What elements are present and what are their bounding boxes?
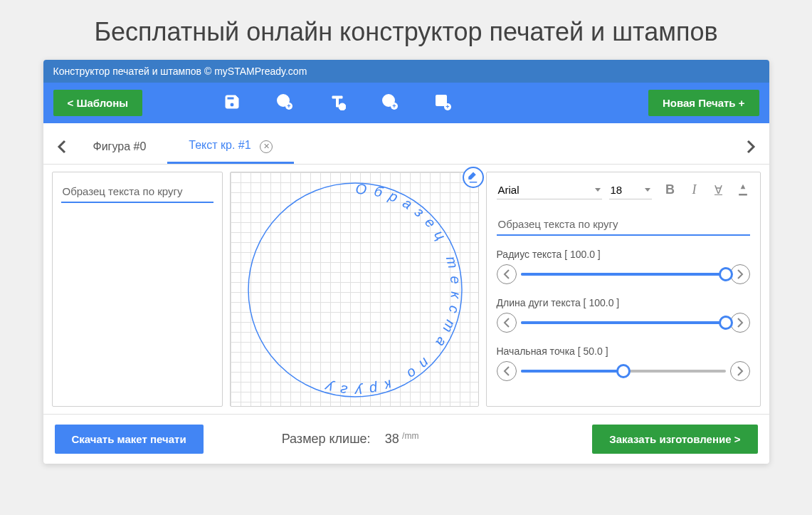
slider-start-thumb[interactable]: [616, 364, 631, 378]
footer: Скачать макет печати Размер клише: 38 /m…: [43, 414, 769, 464]
slider-arc-increase[interactable]: [730, 313, 750, 333]
text-tools: B I ∀: [663, 183, 750, 197]
slider-start: Начальная точка [ 50.0 ]: [497, 345, 750, 381]
svg-text:A: A: [281, 97, 286, 105]
slider-radius-thumb[interactable]: [719, 267, 733, 281]
svg-text:+: +: [340, 103, 344, 110]
cliche-size-label: Размер клише:: [282, 432, 371, 447]
app-window: Конструктор печатей и штампов © mySTAMPr…: [43, 60, 769, 464]
page-title: Бесплатный онлайн конструктор печатей и …: [0, 0, 812, 60]
save-icon[interactable]: [223, 93, 241, 113]
slider-radius: Радиус текста [ 100.0 ]: [497, 249, 750, 284]
tab-text-circle-1[interactable]: Текст кр. #1 ✕: [167, 130, 294, 164]
add-shape-icon[interactable]: +: [381, 93, 399, 113]
add-circle-text-icon[interactable]: A+: [276, 93, 293, 113]
slider-start-track[interactable]: [521, 370, 726, 373]
add-image-icon[interactable]: +: [434, 93, 451, 113]
add-text-icon[interactable]: +: [329, 93, 346, 113]
tab-close-button[interactable]: ✕: [260, 140, 273, 153]
svg-text:Образец текста по кругу: Образец текста по кругу: [316, 180, 463, 399]
svg-text:+: +: [445, 103, 449, 110]
tabs-next-button[interactable]: [741, 137, 761, 157]
circle-text-input[interactable]: [497, 214, 750, 236]
canvas-circle-text: Образец текста по кругу: [316, 180, 463, 399]
toolbar: < Шаблоны A+ + + + Новая Печать +: [43, 83, 769, 123]
slider-arc: Длина дуги текста [ 100.0 ]: [497, 297, 750, 333]
slider-arc-thumb[interactable]: [719, 316, 733, 330]
bold-button[interactable]: B: [663, 183, 677, 197]
slider-radius-increase[interactable]: [730, 264, 750, 284]
slider-radius-decrease[interactable]: [497, 264, 517, 284]
caret-down-icon: [645, 188, 650, 192]
download-button[interactable]: Скачать макет печати: [55, 425, 204, 454]
left-panel: [52, 172, 223, 407]
underline-button[interactable]: ∀: [712, 183, 726, 197]
tabs-bar: Фигура #0 Текст кр. #1 ✕: [43, 123, 769, 165]
titlebar: Конструктор печатей и штампов © mySTAMPr…: [43, 60, 769, 83]
tab-figure-0[interactable]: Фигура #0: [72, 132, 168, 162]
svg-text:+: +: [287, 103, 290, 110]
templates-button[interactable]: < Шаблоны: [53, 90, 143, 116]
right-panel: Arial 18 B I ∀ Радиус текст: [486, 172, 761, 407]
sample-text-input[interactable]: [61, 181, 213, 203]
font-family-value: Arial: [498, 184, 520, 196]
color-picker-button[interactable]: [463, 167, 484, 188]
slider-arc-track[interactable]: [521, 321, 726, 324]
cliche-size-value: 38 /mm: [385, 431, 419, 447]
slider-radius-track[interactable]: [521, 273, 726, 276]
tabs-prev-button[interactable]: [52, 137, 72, 157]
slider-start-decrease[interactable]: [497, 361, 517, 381]
new-stamp-button[interactable]: Новая Печать +: [648, 90, 759, 116]
slider-arc-label: Длина дуги текста [ 100.0 ]: [497, 297, 750, 308]
toolbar-icons: A+ + + +: [223, 93, 451, 113]
slider-radius-label: Радиус текста [ 100.0 ]: [497, 249, 750, 260]
svg-text:+: +: [392, 103, 396, 110]
workspace: Образец текста по кругу Arial 18 B: [43, 165, 769, 414]
slider-arc-decrease[interactable]: [497, 313, 517, 333]
order-button[interactable]: Заказать изготовление >: [592, 425, 757, 454]
font-size-select[interactable]: 18: [609, 181, 652, 199]
font-size-value: 18: [611, 184, 623, 196]
font-family-select[interactable]: Arial: [497, 181, 602, 199]
canvas-panel[interactable]: Образец текста по кругу: [230, 172, 479, 407]
tab-label: Текст кр. #1: [189, 139, 251, 151]
caret-down-icon: [595, 188, 601, 192]
slider-start-label: Начальная точка [ 50.0 ]: [497, 345, 750, 357]
italic-button[interactable]: I: [687, 183, 702, 197]
text-color-button[interactable]: [736, 183, 750, 197]
slider-start-increase[interactable]: [730, 361, 750, 381]
font-row: Arial 18 B I ∀: [497, 181, 750, 199]
